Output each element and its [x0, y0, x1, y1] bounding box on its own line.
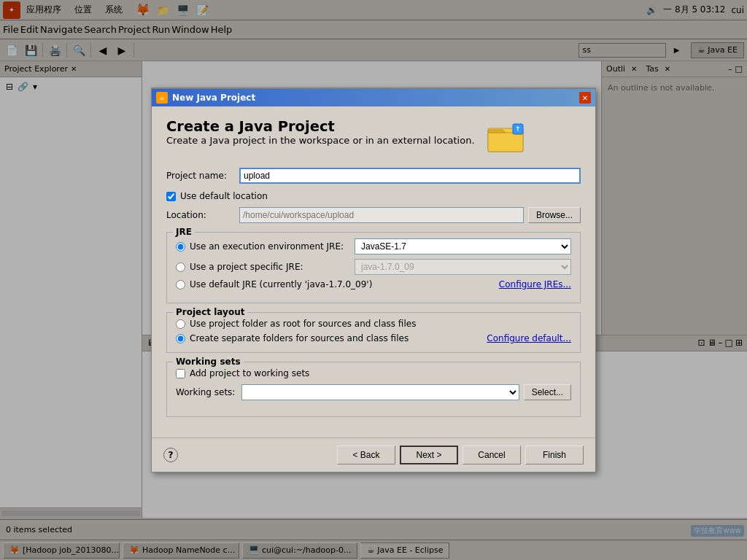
- layout-option1-row: Use project folder as root for sources a…: [176, 319, 571, 329]
- jre-option2-label: Use a project specific JRE:: [190, 262, 350, 272]
- jre-option2-row: Use a project specific JRE: java-1.7.0_0…: [176, 259, 571, 275]
- add-to-working-sets-label: Add project to working sets: [190, 368, 309, 378]
- back-button[interactable]: < Back: [337, 446, 395, 464]
- working-sets-label: Working sets:: [176, 387, 241, 397]
- finish-button[interactable]: Finish: [525, 446, 584, 464]
- dialog-footer: ? < Back Next > Cancel Finish: [152, 438, 595, 472]
- next-button[interactable]: Next >: [400, 446, 458, 464]
- project-layout-title: Project layout: [173, 307, 247, 317]
- jre-option1-select[interactable]: JavaSE-1.7: [355, 238, 571, 254]
- use-default-location-row: Use default location: [166, 191, 581, 201]
- jre-option1-row: Use an execution environment JRE: JavaSE…: [176, 238, 571, 254]
- location-row: Location: Browse...: [166, 207, 581, 223]
- layout-option2-label: Create separate folders for sources and …: [190, 333, 409, 343]
- jre-option2-radio[interactable]: [176, 262, 185, 272]
- working-sets-select[interactable]: [241, 384, 519, 400]
- jre-option1-radio[interactable]: [176, 242, 185, 252]
- add-to-working-sets-checkbox[interactable]: [176, 369, 185, 378]
- working-sets-group: Working sets Add project to working sets…: [166, 362, 581, 417]
- select-button[interactable]: Select...: [524, 384, 571, 400]
- project-name-label: Project name:: [166, 171, 239, 181]
- dialog-content: Create a Java Project Create a Java proj…: [152, 106, 595, 438]
- dialog-subheading: Create a Java project in the workspace o…: [166, 135, 475, 146]
- jre-group: JRE Use an execution environment JRE: Ja…: [166, 232, 581, 303]
- svg-text:↑: ↑: [515, 125, 521, 133]
- location-label: Location:: [166, 210, 239, 220]
- jre-option3-label: Use default JRE (currently 'java-1.7.0_0…: [190, 279, 372, 289]
- project-layout-group: Project layout Use project folder as roo…: [166, 312, 581, 353]
- configure-default-link[interactable]: Configure default...: [487, 333, 571, 343]
- layout-option1-radio[interactable]: [176, 319, 185, 329]
- layout-option1-label: Use project folder as root for sources a…: [190, 319, 416, 329]
- jre-option1-label: Use an execution environment JRE:: [190, 241, 350, 252]
- jre-option2-select[interactable]: java-1.7.0_09: [355, 259, 571, 275]
- jre-group-title: JRE: [173, 227, 195, 237]
- location-input[interactable]: [239, 207, 524, 223]
- dialog-title: New Java Project: [172, 93, 255, 103]
- layout-option2-radio[interactable]: [176, 334, 185, 343]
- browse-button[interactable]: Browse...: [528, 207, 581, 223]
- use-default-location-checkbox[interactable]: [166, 192, 176, 201]
- project-name-row: Project name:: [166, 168, 581, 184]
- dialog-titlebar: ☕ New Java Project ✕: [152, 89, 595, 106]
- working-sets-title: Working sets: [173, 357, 244, 367]
- dialog-overlay: ☕ New Java Project ✕ Create a Java Proje…: [0, 0, 747, 560]
- folder-icon-large: ↑: [487, 118, 525, 156]
- help-button[interactable]: ?: [163, 448, 178, 462]
- working-sets-row: Working sets: Select...: [176, 384, 571, 400]
- dialog-heading-area: Create a Java Project Create a Java proj…: [166, 118, 581, 156]
- cancel-button[interactable]: Cancel: [462, 446, 521, 464]
- jre-option3-radio[interactable]: [176, 280, 185, 289]
- jre-option3-row: Use default JRE (currently 'java-1.7.0_0…: [176, 279, 571, 289]
- use-default-location-label: Use default location: [180, 191, 268, 201]
- project-name-input[interactable]: [239, 168, 581, 184]
- dialog-close-button[interactable]: ✕: [579, 92, 591, 104]
- dialog-heading: Create a Java Project: [166, 118, 475, 135]
- dialog-heading-text: Create a Java Project Create a Java proj…: [166, 118, 475, 146]
- configure-jres-link[interactable]: Configure JREs...: [499, 279, 571, 289]
- dialog-title-icon: ☕: [156, 92, 168, 104]
- add-to-working-sets-row: Add project to working sets: [176, 368, 571, 378]
- layout-option2-row: Create separate folders for sources and …: [176, 333, 571, 343]
- new-java-project-dialog: ☕ New Java Project ✕ Create a Java Proje…: [151, 88, 596, 472]
